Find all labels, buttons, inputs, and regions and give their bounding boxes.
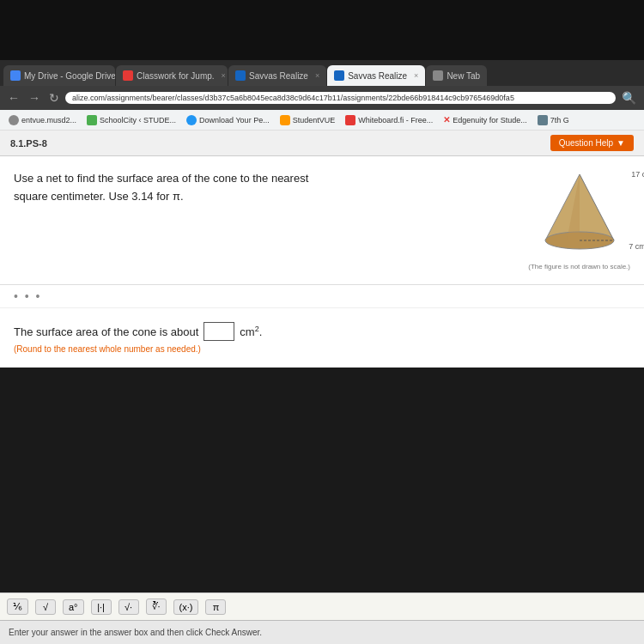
bookmark-entvue[interactable]: entvue.musd2... (5, 114, 80, 126)
tab-google-drive[interactable]: My Drive - Google Drive × (3, 65, 115, 86)
whiteboard-icon (345, 115, 355, 125)
address-bar[interactable]: alize.com/assignments/bearer/classes/d3b… (65, 92, 616, 104)
laptop-bezel (0, 0, 644, 60)
sqrt-val-button[interactable]: √· (118, 599, 139, 615)
sqrt-button[interactable]: √ (35, 599, 56, 615)
download-icon (186, 115, 197, 125)
forward-button[interactable]: → (26, 91, 43, 105)
address-text: alize.com/assignments/bearer/classes/d3b… (72, 94, 514, 102)
dots-row: • • • (0, 285, 644, 308)
tab-savvas-2[interactable]: Savvas Realize × (327, 65, 425, 86)
entvue-icon (9, 115, 19, 125)
bookmark-label: Edgenuity for Stude... (453, 116, 527, 125)
cbrt-button[interactable]: ∛· (146, 598, 167, 615)
answer-hint: (Round to the nearest whole number as ne… (14, 344, 630, 354)
new-tab-icon (433, 70, 443, 81)
main-wrapper: 8.1.PS-8 Question Help ▼ Use a net to fi… (0, 131, 644, 644)
question-help-button[interactable]: Question Help ▼ (550, 135, 634, 151)
bookmark-edgenuity[interactable]: ✕ Edgenuity for Stude... (440, 114, 531, 125)
tab-close-icon[interactable]: × (414, 71, 418, 80)
tab-classwork[interactable]: Classwork for Jump. × (116, 65, 228, 86)
bookmark-schoolcity[interactable]: SchoolCity ‹ STUDE... (83, 114, 179, 126)
google-drive-icon (10, 70, 21, 81)
reload-button[interactable]: ↻ (46, 91, 62, 105)
pi-button[interactable]: π (205, 599, 226, 615)
cone-diagram: 17 cm 7 cm (532, 170, 627, 259)
tab-label: New Tab (447, 71, 480, 81)
fraction-button[interactable]: ⅙ (7, 598, 28, 615)
savvas-icon-2 (334, 70, 344, 81)
problem-line2: square centimeter. Use 3.14 for π. (14, 190, 184, 203)
slant-height-label: 17 cm (631, 170, 644, 179)
answer-text: The surface area of the cone is about cm… (14, 322, 630, 341)
abs-button[interactable]: |·| (91, 599, 112, 615)
seventh-icon (538, 115, 548, 125)
bookmark-label: Download Your Pe... (199, 116, 270, 125)
parens-button[interactable]: (x·) (173, 599, 199, 615)
cone-note: (The figure is not drawn to scale.) (528, 263, 630, 270)
studentvue-icon (280, 115, 290, 125)
question-header: 8.1.PS-8 Question Help ▼ (0, 131, 644, 156)
page-content: 8.1.PS-8 Question Help ▼ Use a net to fi… (0, 131, 644, 368)
radius-label: 7 cm (629, 242, 644, 251)
tab-label: Savvas Realize (348, 71, 407, 81)
cone-figure: 17 cm 7 cm (The figure is not drawn to s… (528, 170, 630, 270)
answer-input[interactable] (204, 322, 234, 341)
bookmark-label: 7th G (550, 116, 569, 125)
bookmark-label: Whiteboard.fi - Free... (358, 116, 433, 125)
answer-prefix: The surface area of the cone is about (14, 325, 198, 338)
bookmark-label: entvue.musd2... (21, 116, 76, 125)
cone-svg (532, 170, 627, 256)
ellipsis: • • • (14, 289, 41, 303)
bookmark-label: SchoolCity ‹ STUDE... (100, 116, 176, 125)
search-button[interactable]: 🔍 (619, 91, 639, 105)
bookmark-whiteboard[interactable]: Whiteboard.fi - Free... (342, 114, 436, 126)
tab-bar: My Drive - Google Drive × Classwork for … (0, 60, 644, 86)
tab-new[interactable]: New Tab (426, 65, 487, 86)
tab-label: Savvas Realize (249, 71, 308, 81)
degree-button[interactable]: a° (63, 599, 84, 615)
bookmarks-bar: entvue.musd2... SchoolCity ‹ STUDE... Do… (0, 110, 644, 131)
question-help-label: Question Help (559, 138, 613, 148)
bookmark-7th[interactable]: 7th G (534, 114, 573, 126)
question-text: Use a net to find the surface area of th… (14, 170, 308, 206)
problem-line1: Use a net to find the surface area of th… (14, 172, 308, 185)
answer-area: The surface area of the cone is about cm… (0, 308, 644, 368)
footer-bar: Enter your answer in the answer box and … (0, 620, 644, 644)
unit-label: cm2. (240, 325, 262, 338)
classwork-icon (123, 70, 133, 81)
savvas-icon-1 (235, 70, 246, 81)
tab-close-icon[interactable]: × (315, 71, 319, 80)
tab-close-icon[interactable]: × (222, 71, 226, 80)
schoolcity-icon (87, 115, 97, 125)
question-id: 8.1.PS-8 (10, 138, 47, 149)
tab-savvas-1[interactable]: Savvas Realize × (228, 65, 326, 86)
bookmark-studentvue[interactable]: StudentVUE (276, 114, 339, 126)
bookmark-download[interactable]: Download Your Pe... (183, 114, 273, 126)
bookmark-label: StudentVUE (293, 116, 336, 125)
tab-label: Classwork for Jump. (137, 71, 215, 81)
back-button[interactable]: ← (5, 91, 22, 105)
browser-chrome: My Drive - Google Drive × Classwork for … (0, 60, 644, 131)
tab-label: My Drive - Google Drive (24, 71, 115, 81)
address-bar-row: ← → ↻ alize.com/assignments/bearer/class… (0, 86, 644, 110)
chevron-down-icon: ▼ (617, 138, 625, 148)
question-area: Use a net to find the surface area of th… (0, 156, 644, 285)
math-toolbar: ⅙ √ a° |·| √· ∛· (x·) π (0, 592, 644, 620)
footer-instruction: Enter your answer in the answer box and … (9, 628, 262, 637)
edgenuity-x-icon: ✕ (443, 115, 450, 125)
